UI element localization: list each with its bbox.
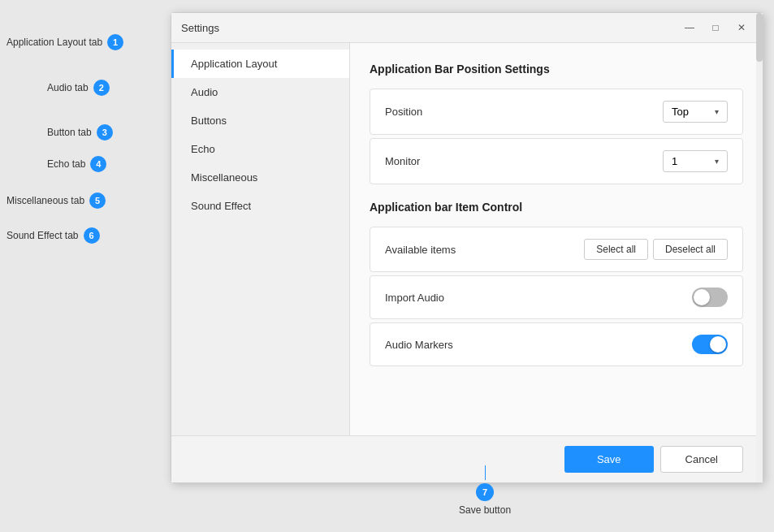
scrollbar-thumb xyxy=(756,43,763,62)
position-value: Top xyxy=(672,106,689,118)
sidebar-item-application-layout[interactable]: Application Layout xyxy=(171,50,349,78)
scrollbar[interactable] xyxy=(756,43,763,435)
position-card: Position Top ▾ xyxy=(370,89,743,135)
window-controls: — □ ✕ xyxy=(678,19,753,36)
content-area: Application Bar Position Settings Positi… xyxy=(350,43,763,435)
import-audio-toggle[interactable] xyxy=(692,288,728,307)
annotation-6: Sound Effect tab 6 xyxy=(6,227,100,244)
annotation-label-6: Sound Effect tab xyxy=(6,230,79,241)
annotation-label-4: Echo tab xyxy=(47,158,85,170)
annotation-1: Application Layout tab 1 xyxy=(6,34,123,50)
position-dropdown-arrow: ▾ xyxy=(715,107,719,116)
monitor-dropdown[interactable]: 1 ▾ xyxy=(663,150,728,172)
bar-position-section-title: Application Bar Position Settings xyxy=(370,63,743,76)
item-control-section-title: Application bar Item Control xyxy=(370,201,743,214)
sidebar-item-audio[interactable]: Audio xyxy=(171,78,349,106)
audio-markers-card: Audio Markers xyxy=(370,322,743,366)
annotation-2: Audio tab 2 xyxy=(47,80,110,96)
import-audio-card: Import Audio xyxy=(370,275,743,319)
save-annotation: 7 Save button xyxy=(459,465,511,516)
annotation-badge-5: 5 xyxy=(89,192,106,209)
deselect-all-button[interactable]: Deselect all xyxy=(653,239,728,260)
import-audio-toggle-knob xyxy=(694,289,710,305)
sidebar-item-echo[interactable]: Echo xyxy=(171,135,349,163)
annotation-badge-4: 4 xyxy=(90,156,106,172)
minimize-button[interactable]: — xyxy=(678,19,701,36)
dialog-body: Application Layout Audio Buttons Echo Mi… xyxy=(171,43,763,435)
available-items-buttons: Select all Deselect all xyxy=(584,239,728,260)
available-items-label: Available items xyxy=(385,244,456,256)
sidebar: Application Layout Audio Buttons Echo Mi… xyxy=(171,43,350,435)
save-annotation-label: Save button xyxy=(459,504,511,516)
annotation-badge-6: 6 xyxy=(84,227,100,244)
annotation-label-1: Application Layout tab xyxy=(6,37,102,48)
annotation-label-5: Miscellaneous tab xyxy=(6,195,84,206)
monitor-card: Monitor 1 ▾ xyxy=(370,138,743,184)
sidebar-item-sound-effect[interactable]: Sound Effect xyxy=(171,192,349,220)
available-items-card: Available items Select all Deselect all xyxy=(370,227,743,272)
maximize-button[interactable]: □ xyxy=(704,19,727,36)
save-button[interactable]: Save xyxy=(564,446,654,473)
audio-markers-toggle[interactable] xyxy=(692,335,728,354)
annotation-4: Echo tab 4 xyxy=(47,156,106,172)
sidebar-item-buttons[interactable]: Buttons xyxy=(171,106,349,135)
title-bar: Settings — □ ✕ xyxy=(171,13,763,43)
annotation-5: Miscellaneous tab 5 xyxy=(6,192,106,209)
position-label: Position xyxy=(385,106,422,118)
dialog-title: Settings xyxy=(181,22,219,34)
close-button[interactable]: ✕ xyxy=(730,19,753,36)
settings-dialog: Settings — □ ✕ Application Layout Audio … xyxy=(171,12,763,483)
save-annotation-line xyxy=(485,465,486,480)
monitor-label: Monitor xyxy=(385,155,420,167)
annotation-3: Button tab 3 xyxy=(47,124,113,141)
annotation-badge-3: 3 xyxy=(97,124,113,141)
position-dropdown[interactable]: Top ▾ xyxy=(663,101,728,123)
select-all-button[interactable]: Select all xyxy=(584,239,648,260)
monitor-value: 1 xyxy=(672,155,677,167)
import-audio-label: Import Audio xyxy=(385,292,444,304)
audio-markers-label: Audio Markers xyxy=(385,339,453,351)
annotation-badge-1: 1 xyxy=(107,34,123,50)
cancel-button[interactable]: Cancel xyxy=(660,446,743,473)
annotation-label-2: Audio tab xyxy=(47,82,89,93)
sidebar-item-miscellaneous[interactable]: Miscellaneous xyxy=(171,163,349,192)
save-annotation-badge: 7 xyxy=(476,483,494,501)
annotation-label-3: Button tab xyxy=(47,127,92,138)
audio-markers-toggle-knob xyxy=(710,336,726,353)
monitor-dropdown-arrow: ▾ xyxy=(715,157,719,166)
annotation-badge-2: 2 xyxy=(93,80,110,96)
